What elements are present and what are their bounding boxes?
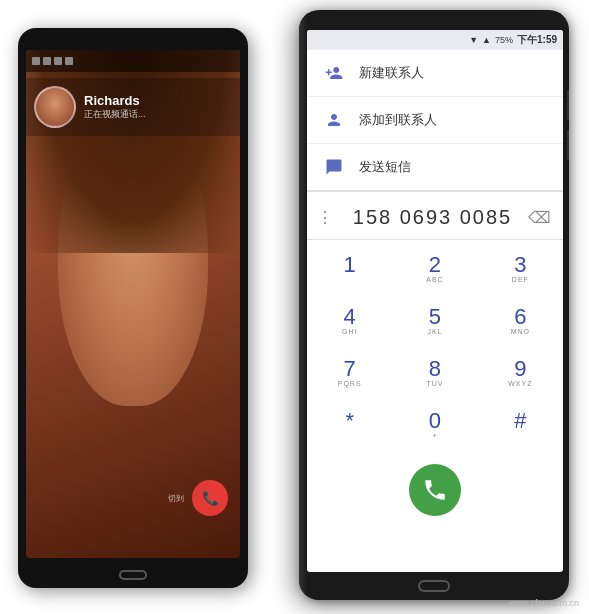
avatar-face [36,88,74,126]
key-3-number: 3 [514,254,526,276]
new-contact-label: 新建联系人 [359,64,424,82]
dial-key-9[interactable]: 9 WXYZ [478,348,563,400]
dots-icon: ⋮ [317,208,334,227]
dial-key-3[interactable]: 3 DEF [478,244,563,296]
key-star-number: * [345,410,354,432]
key-0-letters: + [432,432,437,442]
watermark: www.cfan.com.cn [509,598,579,608]
status-icon-3 [54,57,62,65]
new-contact-icon [323,62,345,84]
send-sms-label: 发送短信 [359,158,411,176]
key-7-letters: PQRS [338,380,362,390]
dial-key-hash[interactable]: # [478,400,563,452]
key-5-number: 5 [429,306,441,328]
scene: Richards 正在视频通话... 切到 📞 ▼ ▲ 75% [0,0,589,614]
status-bar: ▼ ▲ 75% 下午1:59 [307,30,563,50]
wifi-icon: ▼ [469,35,478,45]
key-0-number: 0 [429,410,441,432]
key-2-letters: ABC [426,276,443,286]
key-6-number: 6 [514,306,526,328]
sms-icon [323,156,345,178]
front-tablet: ▼ ▲ 75% 下午1:59 新建联系人 添加到联系人 [299,10,569,600]
dial-key-star[interactable]: * [307,400,392,452]
key-7-number: 7 [344,358,356,380]
menu-item-send-sms[interactable]: 发送短信 [307,144,563,190]
caller-info-bar: Richards 正在视频通话... [26,78,240,136]
menu-item-new-contact[interactable]: 新建联系人 [307,50,563,97]
dial-key-0[interactable]: 0 + [392,400,477,452]
key-1-number: 1 [344,254,356,276]
key-2-number: 2 [429,254,441,276]
key-hash-number: # [514,410,526,432]
caller-status: 正在视频通话... [84,108,146,121]
caller-name: Richards [84,93,146,108]
caller-text: Richards 正在视频通话... [84,93,146,121]
menu-item-add-contact[interactable]: 添加到联系人 [307,97,563,144]
key-8-letters: TUV [426,380,443,390]
dial-key-8[interactable]: 8 TUV [392,348,477,400]
dialer: ⋮ 158 0693 0085 ⌫ 1 2 ABC 3 [307,192,563,528]
key-4-number: 4 [344,306,356,328]
key-3-letters: DEF [512,276,529,286]
phone-number-row: ⋮ 158 0693 0085 ⌫ [307,192,563,240]
front-tablet-home-button[interactable] [418,580,450,592]
battery-indicator: 75% [495,35,513,45]
context-menu: 新建联系人 添加到联系人 发送短信 [307,50,563,191]
dial-key-6[interactable]: 6 MNO [478,296,563,348]
key-9-number: 9 [514,358,526,380]
phone-number-display: 158 0693 0085 [340,206,525,229]
dial-key-1[interactable]: 1 [307,244,392,296]
clock: 下午1:59 [517,33,557,47]
key-8-number: 8 [429,358,441,380]
key-9-letters: WXYZ [508,380,532,390]
add-contact-icon [323,109,345,131]
key-4-letters: GHI [342,328,357,338]
back-tablet-home-button[interactable] [119,570,147,580]
call-actions-bar: 切到 📞 [26,468,240,528]
dial-key-7[interactable]: 7 PQRS [307,348,392,400]
dial-key-5[interactable]: 5 JKL [392,296,477,348]
volume-down-button[interactable] [567,130,569,160]
status-icon-2 [43,57,51,65]
end-call-button[interactable]: 📞 [192,480,228,516]
dial-key-2[interactable]: 2 ABC [392,244,477,296]
status-icon-1 [32,57,40,65]
back-tablet-screen: Richards 正在视频通话... 切到 📞 [26,50,240,558]
volume-up-button[interactable] [567,90,569,120]
add-contact-label: 添加到联系人 [359,111,437,129]
backspace-button[interactable]: ⌫ [525,207,553,229]
back-tablet-statusbar [26,50,240,72]
switch-camera-label[interactable]: 切到 [168,493,184,504]
tablet-edge [299,10,307,600]
avatar [34,86,76,128]
front-tablet-screen: ▼ ▲ 75% 下午1:59 新建联系人 添加到联系人 [307,30,563,572]
key-5-letters: JKL [427,328,442,338]
call-button[interactable] [409,464,461,516]
call-button-row [307,456,563,528]
dial-pad: 1 2 ABC 3 DEF 4 GHI [307,240,563,456]
key-6-letters: MNO [511,328,530,338]
back-tablet: Richards 正在视频通话... 切到 📞 [18,28,248,588]
dial-key-4[interactable]: 4 GHI [307,296,392,348]
signal-icon: ▲ [482,35,491,45]
status-icon-4 [65,57,73,65]
